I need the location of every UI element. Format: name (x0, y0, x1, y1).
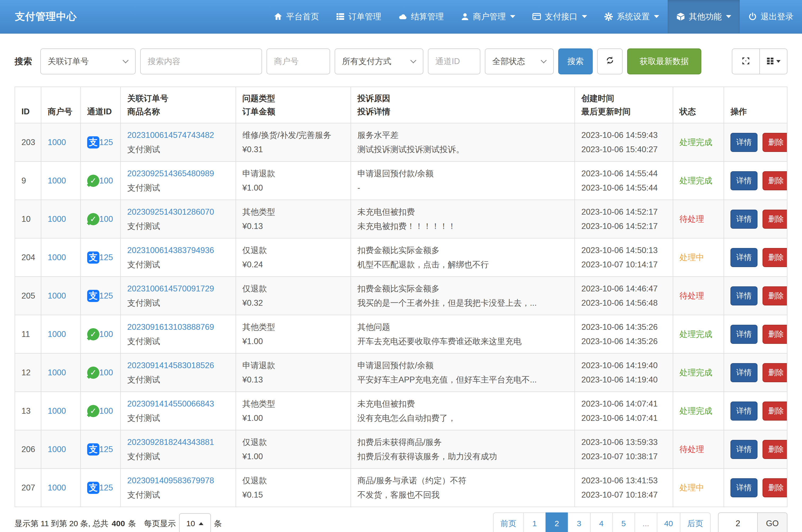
delete-button[interactable]: 删除 (763, 325, 787, 344)
pay-method-select[interactable]: 所有支付方式 (335, 49, 423, 74)
nav-item-home[interactable]: 平台首页 (265, 0, 327, 33)
refresh-icon (605, 56, 615, 67)
nav-item-pay-interface[interactable]: 支付接口 (524, 0, 596, 33)
order-number-link[interactable]: 2023100614570091729 (127, 284, 214, 293)
merchant-link[interactable]: 1000 (48, 445, 66, 454)
delete-button[interactable]: 删除 (763, 248, 787, 267)
order-number-link[interactable]: 2023091613103888769 (127, 322, 214, 331)
detail-button[interactable]: 详情 (730, 401, 758, 421)
nav-item-merchants[interactable]: 商户管理 (452, 0, 524, 33)
page-button-4[interactable]: 4 (590, 512, 613, 532)
merchant-link[interactable]: 1000 (48, 329, 66, 339)
merchant-link[interactable]: 1000 (48, 368, 66, 377)
fullscreen-button[interactable] (732, 49, 760, 74)
channel-id-input[interactable] (428, 49, 480, 74)
delete-button[interactable]: 删除 (763, 171, 787, 190)
page-jump-group: GO (718, 512, 787, 532)
header-channel: 通道ID (80, 87, 121, 123)
page-button-2-active[interactable]: 2 (546, 512, 568, 532)
chevron-up-icon (199, 522, 203, 525)
page-button-40[interactable]: 40 (657, 512, 680, 532)
merchant-link[interactable]: 1000 (48, 214, 66, 224)
created-time: 2023-10-06 14:07:41 (581, 397, 666, 411)
order-number-link[interactable]: 2023092514365480989 (127, 169, 214, 178)
channel-id-link[interactable]: 100 (99, 212, 113, 226)
merchant-link[interactable]: 1000 (48, 176, 66, 185)
status-badge: 处理完成 (679, 406, 712, 416)
delete-button[interactable]: 删除 (763, 401, 787, 421)
nav-item-other-functions[interactable]: 其他功能 (668, 0, 740, 33)
status-select[interactable]: 全部状态 (485, 49, 554, 74)
page-button-3[interactable]: 3 (568, 512, 590, 532)
order-amount: ¥0.13 (242, 219, 344, 233)
updated-time: 2023-10-06 14:55:44 (581, 181, 666, 195)
merchant-link[interactable]: 1000 (48, 138, 66, 147)
channel-id-link[interactable]: 100 (99, 404, 113, 418)
nav-item-system-settings[interactable]: 系统设置 (596, 0, 668, 33)
detail-button[interactable]: 详情 (730, 210, 758, 229)
wechat-pay-icon (87, 328, 99, 340)
merchant-link[interactable]: 1000 (48, 483, 66, 492)
order-number-link[interactable]: 2023100614383794936 (127, 246, 214, 255)
detail-button[interactable]: 详情 (730, 478, 758, 497)
created-time: 2023-10-06 14:19:40 (581, 358, 666, 373)
channel-id-link[interactable]: 125 (99, 250, 113, 264)
delete-button[interactable]: 删除 (763, 440, 787, 459)
detail-button[interactable]: 详情 (730, 286, 758, 305)
complaint-detail: 测试投诉测试投诉测试投诉。 (358, 142, 568, 156)
delete-button[interactable]: 删除 (763, 210, 787, 229)
next-page-button[interactable]: 后页 (680, 512, 711, 532)
page-jump-input[interactable] (718, 512, 758, 532)
merchant-link[interactable]: 1000 (48, 406, 66, 416)
page-button-1[interactable]: 1 (523, 512, 546, 532)
detail-button[interactable]: 详情 (730, 440, 758, 459)
channel-id-link[interactable]: 100 (99, 174, 113, 188)
order-number-link[interactable]: 2023091409583679978 (127, 476, 214, 485)
merchant-link[interactable]: 1000 (48, 291, 66, 300)
detail-button[interactable]: 详情 (730, 248, 758, 267)
search-button[interactable]: 搜索 (558, 49, 593, 74)
product-name: 支付测试 (127, 142, 229, 156)
channel-id-link[interactable]: 125 (99, 442, 113, 456)
channel-id-link[interactable]: 100 (99, 327, 113, 341)
nav-item-orders[interactable]: 订单管理 (327, 0, 390, 33)
detail-button[interactable]: 详情 (730, 363, 758, 382)
issue-type: 仅退款 (242, 474, 344, 488)
prev-page-button[interactable]: 前页 (493, 512, 524, 532)
channel-id-link[interactable]: 125 (99, 135, 113, 149)
created-time: 2023-10-06 13:41:53 (581, 474, 666, 488)
nav-item-settlement[interactable]: 结算管理 (390, 0, 452, 33)
detail-button[interactable]: 详情 (730, 325, 758, 344)
complaint-detail: 平安好车主APP充电充值，但好车主平台充电不... (358, 373, 568, 387)
wechat-pay-icon (87, 366, 99, 379)
nav-item-logout[interactable]: 退出登录 (740, 0, 802, 33)
order-number-link[interactable]: 2023091414583018526 (127, 361, 214, 370)
detail-button[interactable]: 详情 (730, 133, 758, 152)
merchant-link[interactable]: 1000 (48, 253, 66, 262)
refresh-button[interactable] (597, 49, 623, 74)
delete-button[interactable]: 删除 (763, 478, 787, 497)
updated-time: 2023-10-06 14:19:40 (581, 373, 666, 387)
order-number-link[interactable]: 2023092818244343881 (127, 438, 214, 447)
columns-button[interactable] (759, 49, 787, 74)
page-ellipsis: ... (635, 512, 657, 532)
page-size-select[interactable]: 10 (179, 513, 211, 532)
search-content-input[interactable] (140, 49, 262, 74)
channel-id-link[interactable]: 125 (99, 481, 113, 495)
channel-id-link[interactable]: 125 (99, 289, 113, 303)
channel-id-link[interactable]: 100 (99, 365, 113, 380)
order-number-link[interactable]: 2023092514301286070 (127, 207, 214, 216)
go-button[interactable]: GO (758, 512, 787, 532)
fetch-latest-button[interactable]: 获取最新数据 (627, 49, 701, 74)
delete-button[interactable]: 删除 (763, 286, 787, 305)
complaint-detail: 不发货，客服也不回我 (358, 488, 568, 502)
delete-button[interactable]: 删除 (763, 133, 787, 152)
detail-button[interactable]: 详情 (730, 171, 758, 190)
delete-button[interactable]: 删除 (763, 363, 787, 382)
order-field-select[interactable]: 关联订单号 (40, 49, 136, 74)
row-id: 205 (21, 291, 35, 300)
page-button-5[interactable]: 5 (612, 512, 635, 532)
order-number-link[interactable]: 2023091414550066843 (127, 399, 214, 408)
merchant-id-input[interactable] (267, 49, 330, 74)
order-number-link[interactable]: 2023100614574743482 (127, 131, 214, 140)
